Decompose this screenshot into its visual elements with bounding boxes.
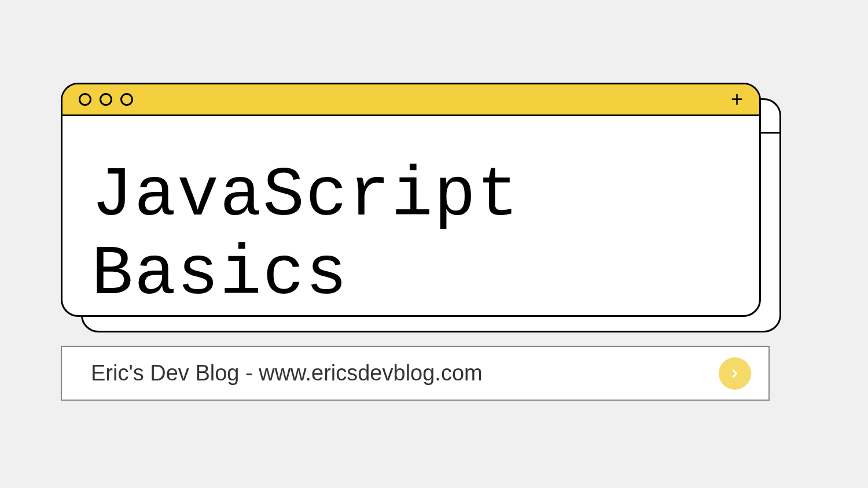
minimize-icon[interactable] bbox=[100, 93, 112, 106]
go-button[interactable] bbox=[719, 357, 751, 390]
foreground-window: + JavaScript Basics bbox=[61, 83, 761, 317]
address-bar[interactable]: Eric's Dev Blog - www.ericsdevblog.com bbox=[61, 346, 770, 401]
close-icon[interactable] bbox=[79, 93, 91, 106]
chevron-right-icon bbox=[729, 367, 741, 380]
traffic-lights bbox=[79, 93, 133, 106]
page-heading: JavaScript Basics bbox=[62, 116, 759, 317]
plus-icon[interactable]: + bbox=[731, 89, 743, 110]
title-bar: + bbox=[62, 84, 759, 116]
address-text: Eric's Dev Blog - www.ericsdevblog.com bbox=[91, 361, 483, 386]
maximize-icon[interactable] bbox=[120, 93, 133, 106]
